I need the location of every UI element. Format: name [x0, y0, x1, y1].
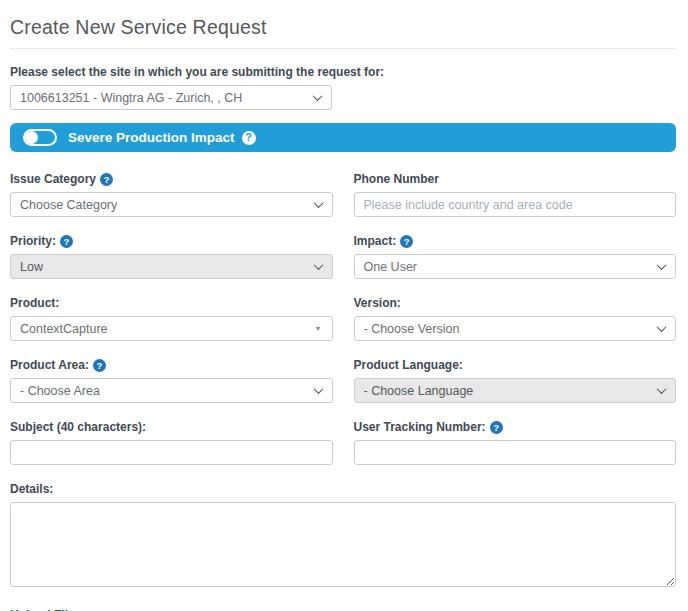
details-label: Details:	[10, 483, 53, 496]
field-priority: Priority: ? Low	[10, 235, 333, 279]
priority-value: Low	[20, 260, 43, 274]
dropdown-arrow-icon: ▼	[315, 325, 322, 332]
field-phone-number: Phone Number	[354, 173, 677, 217]
user-tracking-number-label: User Tracking Number:	[354, 421, 486, 434]
help-icon[interactable]: ?	[60, 235, 73, 248]
chevron-down-icon	[657, 322, 667, 332]
field-product-language: Product Language: - Choose Language	[354, 359, 677, 403]
help-icon[interactable]: ?	[242, 131, 256, 145]
chevron-down-icon	[657, 384, 667, 394]
product-area-select[interactable]: - Choose Area	[10, 378, 333, 403]
site-select-value: 1006613251 - Wingtra AG - Zurich, , CH	[20, 91, 242, 105]
severe-production-impact-banner: Severe Production Impact ?	[10, 123, 676, 152]
product-area-label: Product Area:	[10, 359, 89, 372]
user-tracking-number-input[interactable]	[354, 440, 677, 465]
details-textarea[interactable]	[10, 502, 676, 587]
help-icon[interactable]: ?	[400, 235, 413, 248]
product-value: ContextCapture	[20, 322, 108, 336]
product-language-value: - Choose Language	[364, 384, 474, 398]
issue-category-label: Issue Category	[10, 173, 96, 186]
field-details: Details:	[10, 483, 676, 591]
field-issue-category: Issue Category ? Choose Category	[10, 173, 333, 217]
chevron-down-icon	[313, 260, 323, 270]
page-title: Create New Service Request	[10, 16, 676, 39]
impact-value: One User	[364, 260, 418, 274]
site-select-label: Please select the site in which you are …	[10, 66, 676, 79]
create-service-request-page: Create New Service Request Please select…	[0, 16, 688, 611]
version-value: - Choose Version	[364, 322, 460, 336]
chevron-down-icon	[313, 198, 323, 208]
impact-label: Impact:	[354, 235, 397, 248]
subject-input[interactable]	[10, 440, 333, 465]
field-user-tracking-number: User Tracking Number: ?	[354, 421, 677, 465]
help-icon[interactable]: ?	[100, 173, 113, 186]
divider	[10, 48, 676, 49]
product-area-value: - Choose Area	[20, 384, 100, 398]
banner-label: Severe Production Impact	[68, 130, 235, 145]
phone-number-input[interactable]	[354, 192, 677, 217]
product-language-label: Product Language:	[354, 359, 463, 372]
chevron-down-icon	[313, 384, 323, 394]
field-product: Product: ContextCapture ▼	[10, 297, 333, 341]
severe-impact-toggle[interactable]	[23, 129, 57, 146]
product-language-select: - Choose Language	[354, 378, 677, 403]
help-icon[interactable]: ?	[490, 421, 503, 434]
field-impact: Impact: ? One User	[354, 235, 677, 279]
field-subject: Subject (40 characters):	[10, 421, 333, 465]
help-icon[interactable]: ?	[93, 359, 106, 372]
phone-number-label: Phone Number	[354, 173, 439, 186]
issue-category-select[interactable]: Choose Category	[10, 192, 333, 217]
product-select[interactable]: ContextCapture ▼	[10, 316, 333, 341]
issue-category-value: Choose Category	[20, 198, 117, 212]
site-select[interactable]: 1006613251 - Wingtra AG - Zurich, , CH	[10, 85, 332, 110]
subject-label: Subject (40 characters):	[10, 421, 146, 434]
field-version: Version: - Choose Version	[354, 297, 677, 341]
impact-select[interactable]: One User	[354, 254, 677, 279]
chevron-down-icon	[657, 260, 667, 270]
field-product-area: Product Area: ? - Choose Area	[10, 359, 333, 403]
version-select[interactable]: - Choose Version	[354, 316, 677, 341]
version-label: Version:	[354, 297, 401, 310]
service-request-form: Issue Category ? Choose Category Phone N…	[10, 173, 676, 611]
priority-label: Priority:	[10, 235, 56, 248]
chevron-down-icon	[313, 91, 323, 101]
priority-select: Low	[10, 254, 333, 279]
product-label: Product:	[10, 297, 59, 310]
toggle-knob-icon	[25, 131, 38, 144]
